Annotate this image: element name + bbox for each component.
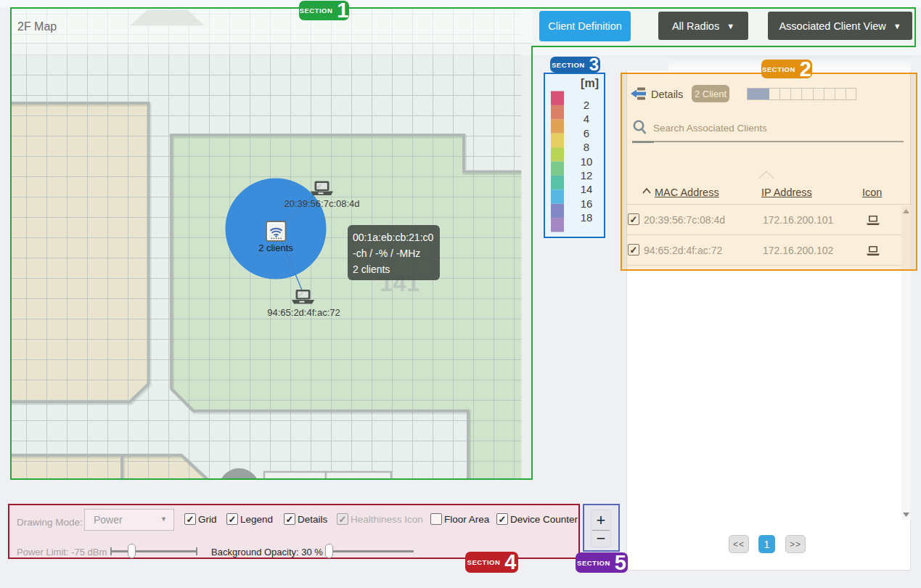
svg-text:4: 4 [584, 113, 589, 125]
svg-text:18: 18 [581, 211, 593, 224]
svg-text:8: 8 [584, 141, 589, 153]
svg-text:16: 16 [581, 197, 593, 210]
svg-text:2 clients: 2 clients [258, 242, 293, 253]
svg-text:94:65:2d:4f:ac:72: 94:65:2d:4f:ac:72 [267, 307, 340, 318]
svg-text:[m]: [m] [581, 77, 599, 89]
svg-text:6: 6 [584, 127, 589, 139]
svg-text:2: 2 [584, 99, 589, 111]
svg-text:2 clients: 2 clients [353, 264, 390, 275]
svg-text:00:1a:eb:cb:21:c0: 00:1a:eb:cb:21:c0 [353, 232, 434, 243]
svg-text:10: 10 [581, 155, 593, 168]
svg-text:12: 12 [581, 169, 593, 181]
svg-text:20:39:56:7c:08:4d: 20:39:56:7c:08:4d [284, 198, 359, 209]
svg-text:-ch / -% / -MHz: -ch / -% / -MHz [353, 248, 420, 259]
svg-text:14: 14 [581, 183, 593, 195]
